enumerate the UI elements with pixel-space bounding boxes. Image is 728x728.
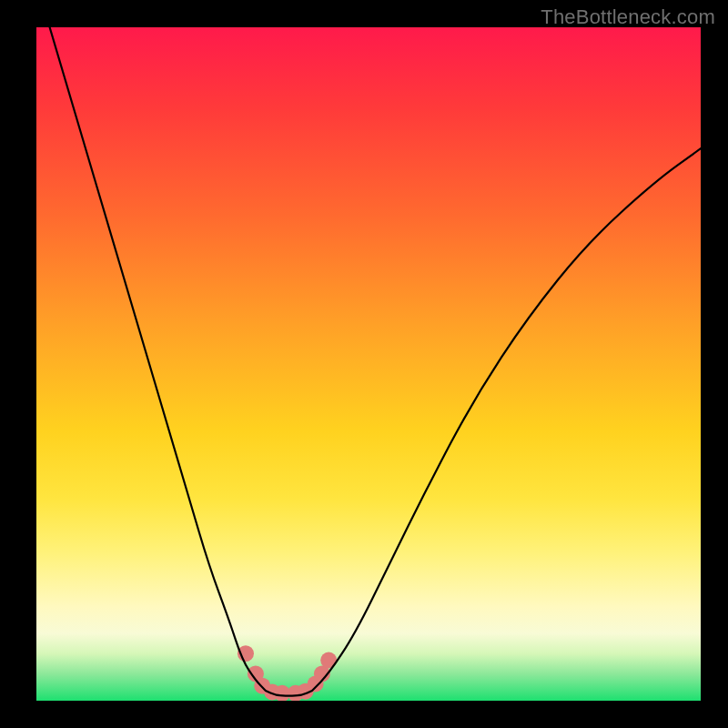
bottleneck-curve	[50, 27, 701, 696]
curve-marker	[238, 645, 254, 662]
curve-marker	[314, 665, 330, 682]
curve-marker	[288, 685, 304, 701]
outer-frame: TheBottleneck.com	[0, 0, 728, 728]
marker-group	[238, 645, 337, 701]
curve-marker	[308, 676, 324, 693]
curve-marker	[248, 665, 264, 682]
plot-area	[36, 27, 701, 701]
curve-marker	[254, 678, 270, 694]
curve-marker	[298, 683, 314, 700]
curve-marker	[264, 683, 280, 700]
watermark-text: TheBottleneck.com	[541, 5, 715, 29]
curve-marker	[274, 685, 290, 701]
curve-marker	[320, 652, 337, 669]
chart-svg	[36, 27, 701, 701]
